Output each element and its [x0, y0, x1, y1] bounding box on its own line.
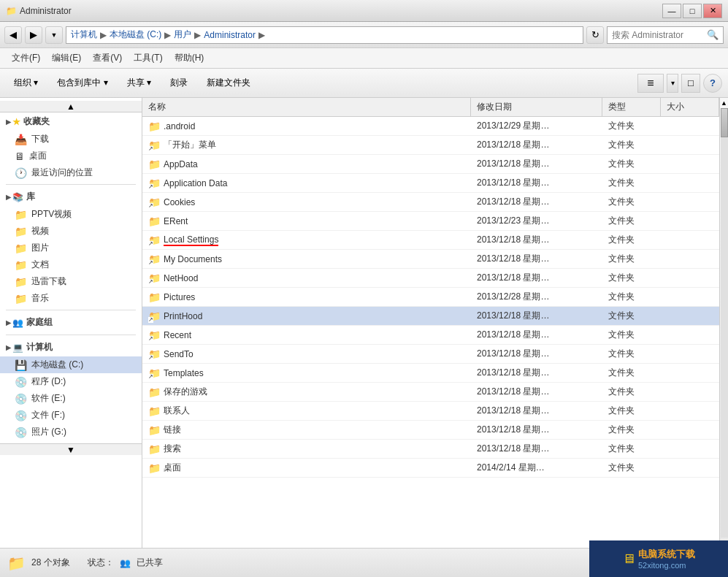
table-row[interactable]: 📁 桌面 2014/2/14 星期… 文件夹: [142, 459, 719, 478]
sidebar-scroll-down[interactable]: ▼: [0, 443, 142, 455]
sidebar-item-f-drive[interactable]: 💿 文件 (F:): [0, 407, 142, 424]
sidebar-scroll-up[interactable]: ▲: [0, 101, 142, 112]
sidebar-item-pictures[interactable]: 📁 图片: [0, 240, 142, 256]
sidebar-item-desktop[interactable]: 🖥 桌面: [0, 148, 142, 164]
menu-tools[interactable]: 工具(T): [128, 49, 168, 67]
table-row[interactable]: 📁 Pictures 2013/12/28 星期… 文件夹: [142, 288, 719, 307]
file-cell-date: 2013/12/18 星期…: [471, 193, 602, 211]
include-library-button[interactable]: 包含到库中 ▾: [49, 72, 115, 94]
right-scrollbar[interactable]: ▲ ▼: [719, 98, 728, 548]
table-row[interactable]: 📁 AppData 2013/12/18 星期… 文件夹: [142, 155, 719, 174]
menu-help[interactable]: 帮助(H): [169, 49, 210, 67]
table-row[interactable]: 📁 ↗ Cookies 2013/12/18 星期… 文件夹: [142, 193, 719, 212]
col-name[interactable]: 名称: [142, 98, 471, 116]
file-cell-size: [661, 421, 719, 439]
col-type[interactable]: 类型: [602, 98, 661, 116]
maximize-button[interactable]: □: [683, 4, 702, 18]
table-row[interactable]: 📁 联系人 2013/12/18 星期… 文件夹: [142, 402, 719, 421]
back-button[interactable]: ◀: [4, 26, 22, 44]
sidebar-item-e-drive[interactable]: 💿 软件 (E:): [0, 390, 142, 407]
sidebar-item-music[interactable]: 📁 音乐: [0, 290, 142, 307]
sep1: ▶: [100, 30, 107, 40]
organize-button[interactable]: 组织 ▾: [6, 72, 46, 94]
table-row[interactable]: 📁 ↗ Application Data 2013/12/18 星期… 文件夹: [142, 174, 719, 193]
search-box[interactable]: 🔍: [607, 26, 724, 44]
scroll-up-arrow[interactable]: ▲: [721, 99, 727, 107]
file-cell-date: 2013/12/18 星期…: [471, 136, 602, 154]
file-cell-type: 文件夹: [602, 212, 661, 230]
file-cell-name: 📁 ↗ Cookies: [142, 193, 471, 211]
burn-button[interactable]: 刻录: [162, 72, 196, 94]
sidebar-item-c-drive[interactable]: 💾 本地磁盘 (C:): [0, 356, 142, 373]
address-path[interactable]: 计算机 ▶ 本地磁盘 (C:) ▶ 用户 ▶ Administrator ▶: [66, 26, 583, 44]
table-row[interactable]: 📁 ↗ 「开始」菜单 2013/12/18 星期… 文件夹: [142, 136, 719, 155]
addr-computer[interactable]: 计算机: [71, 28, 97, 41]
table-row[interactable]: 📁 搜索 2013/12/18 星期… 文件夹: [142, 440, 719, 459]
minimize-button[interactable]: —: [662, 4, 681, 18]
menu-file[interactable]: 文件(F): [6, 49, 46, 67]
addr-drive[interactable]: 本地磁盘 (C:): [110, 28, 161, 41]
refresh-button[interactable]: ↻: [586, 26, 604, 44]
homegroup-header[interactable]: ▶ 👥 家庭组: [0, 313, 142, 332]
view-button[interactable]: ≡: [637, 74, 664, 93]
computer-icon: 💻: [12, 343, 23, 353]
scroll-track[interactable]: [721, 108, 728, 538]
col-size[interactable]: 大小: [661, 98, 719, 116]
col-date[interactable]: 修改日期: [471, 98, 602, 116]
new-folder-button[interactable]: 新建文件夹: [199, 72, 258, 94]
table-row[interactable]: 📁 ↗ NetHood 2013/12/18 星期… 文件夹: [142, 269, 719, 288]
library-label: 库: [26, 191, 35, 203]
file-cell-date: 2013/12/18 星期…: [471, 155, 602, 173]
sidebar-item-download[interactable]: 📥 下载: [0, 131, 142, 148]
addr-users[interactable]: 用户: [174, 28, 191, 41]
dropdown-button[interactable]: ▼: [45, 26, 63, 44]
file-cell-type: 文件夹: [602, 231, 661, 249]
table-row[interactable]: 📁 保存的游戏 2013/12/18 星期… 文件夹: [142, 383, 719, 402]
file-icon: 📁 ↗: [148, 140, 161, 151]
sidebar-section-library: ▶ 📚 库 📁 PPTV视频 📁 视频 📁 图片 📁 文档 📁: [0, 188, 142, 307]
library-header[interactable]: ▶ 📚 库: [0, 188, 142, 206]
share-button[interactable]: 共享 ▾: [119, 72, 159, 94]
scroll-thumb[interactable]: [721, 108, 728, 137]
address-bar: ◀ ▶ ▼ 计算机 ▶ 本地磁盘 (C:) ▶ 用户 ▶ Administrat…: [0, 22, 728, 48]
file-cell-size: [661, 193, 719, 211]
sidebar-item-video[interactable]: 📁 视频: [0, 223, 142, 240]
sidebar-item-g-drive[interactable]: 💿 照片 (G:): [0, 424, 142, 440]
forward-button[interactable]: ▶: [25, 26, 42, 44]
table-row[interactable]: 📁 ↗ Local Settings 2013/12/18 星期… 文件夹: [142, 231, 719, 250]
pane-button[interactable]: □: [681, 74, 700, 93]
file-cell-type: 文件夹: [602, 345, 661, 363]
table-row[interactable]: 📁 ↗ Recent 2013/12/18 星期… 文件夹: [142, 326, 719, 345]
table-row[interactable]: 📁 ↗ PrintHood 2013/12/18 星期… 文件夹: [142, 307, 719, 326]
music-label: 音乐: [31, 292, 49, 305]
table-row[interactable]: 📁 .android 2013/12/29 星期… 文件夹: [142, 117, 719, 136]
file-cell-name: 📁 ↗ 「开始」菜单: [142, 136, 471, 154]
sidebar-item-recent[interactable]: 🕐 最近访问的位置: [0, 164, 142, 181]
close-button[interactable]: ✕: [703, 4, 722, 18]
status-shared-text: 已共享: [137, 557, 163, 569]
help-button[interactable]: ?: [703, 74, 722, 93]
sidebar-item-d-drive[interactable]: 💿 程序 (D:): [0, 373, 142, 390]
table-row[interactable]: 📁 链接 2013/12/18 星期… 文件夹: [142, 421, 719, 440]
sidebar-item-documents[interactable]: 📁 文档: [0, 256, 142, 273]
sidebar-item-xunlei[interactable]: 📁 迅雷下载: [0, 273, 142, 290]
file-cell-type: 文件夹: [602, 307, 661, 325]
computer-header[interactable]: ▶ 💻 计算机: [0, 338, 142, 356]
search-input[interactable]: [612, 30, 707, 40]
favorites-header[interactable]: ▶ ★ 收藏夹: [0, 112, 142, 131]
sidebar-item-pptv[interactable]: 📁 PPTV视频: [0, 206, 142, 223]
favorites-triangle: ▶: [6, 118, 11, 126]
view-dropdown-button[interactable]: ▾: [667, 74, 678, 93]
addr-admin[interactable]: Administrator: [204, 30, 256, 40]
desktop-icon: 🖥: [15, 150, 25, 162]
menu-view[interactable]: 查看(V): [87, 49, 128, 67]
table-row[interactable]: 📁 ERent 2013/12/23 星期… 文件夹: [142, 212, 719, 231]
file-list: 📁 .android 2013/12/29 星期… 文件夹 📁 ↗ 「开始」菜单…: [142, 117, 719, 548]
menu-edit[interactable]: 编辑(E): [46, 49, 87, 67]
table-row[interactable]: 📁 ↗ Templates 2013/12/18 星期… 文件夹: [142, 364, 719, 383]
table-row[interactable]: 📁 ↗ SendTo 2013/12/18 星期… 文件夹: [142, 345, 719, 364]
g-drive-icon: 💿: [15, 427, 27, 438]
homegroup-label: 家庭组: [26, 316, 53, 329]
table-row[interactable]: 📁 ↗ My Documents 2013/12/18 星期… 文件夹: [142, 250, 719, 269]
file-name: 「开始」菜单: [164, 139, 216, 151]
